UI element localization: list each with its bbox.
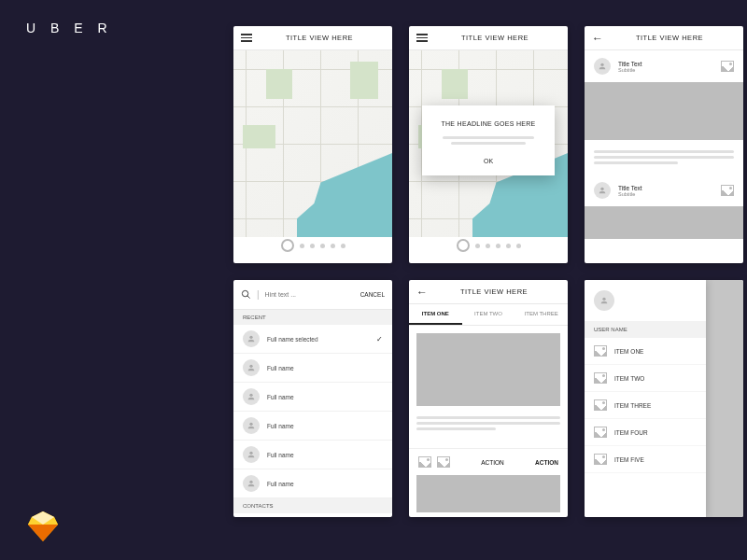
card-title: Title Text xyxy=(618,185,642,191)
svg-marker-3 xyxy=(28,525,43,541)
app-header: TITLE VIEW HERE xyxy=(233,26,392,50)
avatar-icon xyxy=(243,388,260,405)
svg-marker-4 xyxy=(43,525,58,541)
page-title: TITLE VIEW HERE xyxy=(603,34,736,42)
image-icon xyxy=(594,427,607,438)
section-recent: RECENT xyxy=(233,310,392,325)
svg-point-12 xyxy=(249,394,252,397)
action-bar: ACTION ACTION xyxy=(409,448,568,475)
screen-drawer: USER NAME ITEM ONE ITEM TWO ITEM THREE I… xyxy=(585,280,743,517)
text-placeholder xyxy=(416,406,560,441)
content-image xyxy=(416,475,560,512)
feed-image xyxy=(585,206,743,239)
section-contacts: CONTACTS xyxy=(233,498,392,513)
svg-point-11 xyxy=(249,365,252,368)
drawer-item[interactable]: ITEM FOUR xyxy=(585,419,706,446)
svg-point-14 xyxy=(249,452,252,455)
list-item[interactable]: Full name xyxy=(233,513,392,517)
search-bar: | CANCEL xyxy=(233,280,392,310)
screen-map-dialog: TITLE VIEW HERE THE HEADLINE GOES HERE O… xyxy=(409,26,568,263)
dialog-headline: THE HEADLINE GOES HERE xyxy=(435,120,542,127)
drawer-item[interactable]: ITEM TWO xyxy=(585,365,706,392)
list-item[interactable]: Full name xyxy=(233,441,392,469)
svg-point-15 xyxy=(249,481,252,483)
alert-dialog: THE HEADLINE GOES HERE OK xyxy=(422,105,555,175)
secondary-action[interactable]: ACTION xyxy=(481,459,504,466)
avatar-icon xyxy=(243,359,260,376)
avatar-icon[interactable] xyxy=(594,290,614,311)
avatar-icon xyxy=(243,330,260,347)
avatar-icon xyxy=(243,446,260,463)
feed-image xyxy=(585,82,743,140)
tab-bar: ITEM ONE ITEM TWO ITEM THREE xyxy=(409,304,568,326)
drawer-item[interactable]: ITEM THREE xyxy=(585,392,706,419)
card-subtitle: Subtitle xyxy=(618,67,642,73)
avatar-icon xyxy=(243,417,260,434)
content-image xyxy=(416,333,560,406)
svg-point-6 xyxy=(600,63,603,66)
tab-item-three[interactable]: ITEM THREE xyxy=(514,304,568,325)
page-title: TITLE VIEW HERE xyxy=(428,287,560,296)
list-item[interactable]: Full name xyxy=(233,469,392,498)
avatar-icon xyxy=(594,182,611,199)
menu-icon[interactable] xyxy=(416,32,430,45)
image-icon xyxy=(721,185,734,196)
check-icon: ✓ xyxy=(376,335,383,343)
screen-map: TITLE VIEW HERE xyxy=(233,26,392,263)
pager[interactable] xyxy=(409,239,568,252)
image-icon xyxy=(594,454,607,465)
image-icon xyxy=(594,345,607,357)
app-header: ← TITLE VIEW HERE xyxy=(409,280,568,304)
screen-feed: ← TITLE VIEW HERE Title TextSubtitle Tit… xyxy=(585,26,743,263)
page-title: TITLE VIEW HERE xyxy=(254,34,385,42)
brand-logo: U B E R xyxy=(26,21,113,35)
drawer-item[interactable]: ITEM ONE xyxy=(585,338,706,365)
image-icon[interactable] xyxy=(437,456,450,468)
app-header: TITLE VIEW HERE xyxy=(409,26,568,50)
pager[interactable] xyxy=(233,239,392,252)
map-view[interactable] xyxy=(233,50,392,237)
cancel-button[interactable]: CANCEL xyxy=(360,291,385,298)
search-icon xyxy=(241,289,251,300)
ok-button[interactable]: OK xyxy=(435,158,542,164)
tab-item-two[interactable]: ITEM TWO xyxy=(462,304,515,325)
card-title: Title Text xyxy=(618,61,642,67)
svg-point-17 xyxy=(602,298,605,301)
primary-action[interactable]: ACTION xyxy=(535,459,558,466)
image-icon[interactable] xyxy=(418,456,431,468)
page-title: TITLE VIEW HERE xyxy=(430,34,560,42)
image-icon xyxy=(594,399,607,411)
menu-icon[interactable] xyxy=(241,32,254,45)
svg-point-8 xyxy=(242,290,247,296)
svg-line-9 xyxy=(247,296,250,299)
list-item[interactable]: Full name selected✓ xyxy=(233,325,392,354)
image-icon xyxy=(594,372,607,384)
screen-tabs: ← TITLE VIEW HERE ITEM ONE ITEM TWO ITEM… xyxy=(409,280,568,517)
avatar-icon xyxy=(243,475,260,492)
tab-item-one[interactable]: ITEM ONE xyxy=(409,304,462,325)
sketch-icon xyxy=(26,510,60,543)
feed-card-header[interactable]: Title TextSubtitle xyxy=(585,175,743,206)
list-item[interactable]: Full name xyxy=(233,383,392,412)
card-subtitle: Subtitle xyxy=(618,191,642,197)
nav-drawer: USER NAME ITEM ONE ITEM TWO ITEM THREE I… xyxy=(585,280,706,517)
search-input[interactable] xyxy=(265,291,355,298)
image-icon xyxy=(721,61,734,72)
feed-card-header[interactable]: Title TextSubtitle xyxy=(585,50,743,82)
drawer-item[interactable]: ITEM FIVE xyxy=(585,446,706,473)
screen-search: | CANCEL RECENT Full name selected✓ Full… xyxy=(233,280,392,517)
back-icon[interactable]: ← xyxy=(416,286,428,299)
backdrop[interactable] xyxy=(706,280,743,517)
drawer-header xyxy=(585,280,706,321)
list-item[interactable]: Full name xyxy=(233,412,392,441)
app-header: ← TITLE VIEW HERE xyxy=(585,26,743,50)
svg-point-7 xyxy=(600,188,603,190)
drawer-username: USER NAME xyxy=(585,321,706,338)
back-icon[interactable]: ← xyxy=(592,32,603,45)
svg-point-13 xyxy=(249,423,252,426)
avatar-icon xyxy=(594,58,611,75)
list-item[interactable]: Full name xyxy=(233,354,392,383)
svg-point-10 xyxy=(249,336,252,339)
text-placeholder xyxy=(585,140,743,175)
